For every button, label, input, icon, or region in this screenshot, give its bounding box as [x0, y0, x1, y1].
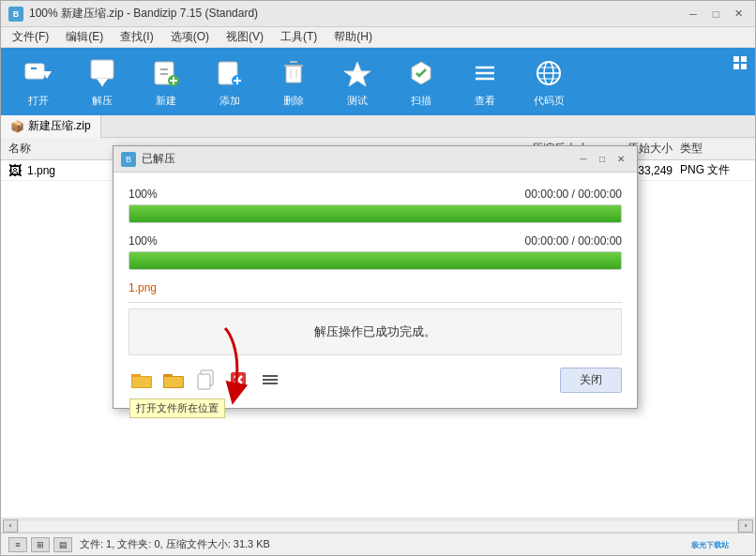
- dialog-title-left: B 已解压: [121, 151, 175, 167]
- progress-section-2: 100% 00:00:00 / 00:00:00: [129, 234, 622, 270]
- dialog-close-button[interactable]: ✕: [612, 152, 629, 167]
- dialog-title-controls: ─ □ ✕: [575, 152, 629, 167]
- svg-rect-40: [164, 377, 183, 387]
- progress-1-label: 100%: [129, 188, 158, 201]
- progress-bar-1-fill: [129, 205, 621, 222]
- dialog-app-icon: B: [121, 152, 136, 167]
- dialog-footer: 打开文件所在位置: [129, 367, 622, 397]
- result-area: 解压操作已成功完成。: [129, 308, 622, 355]
- open-folder-yellow-button[interactable]: [160, 367, 189, 393]
- progress-section-1: 100% 00:00:00 / 00:00:00: [129, 188, 622, 223]
- dialog-filename: 1.png: [129, 281, 622, 294]
- extract-dialog: B 已解压 ─ □ ✕ 100% 00:00:00 / 00:00:00: [113, 145, 638, 409]
- dialog-footer-icons: 打开文件所在位置: [129, 367, 284, 393]
- tooltip-open-location: 打开文件所在位置: [129, 398, 225, 418]
- dialog-title-text: 已解压: [142, 151, 175, 167]
- dialog-overlay: B 已解压 ─ □ ✕ 100% 00:00:00 / 00:00:00: [0, 0, 756, 556]
- dialog-close-btn[interactable]: 关闭: [560, 368, 622, 393]
- open-folder-orange-button[interactable]: 打开文件所在位置: [129, 367, 157, 393]
- svg-rect-42: [198, 374, 210, 389]
- progress-1-time: 00:00:00 / 00:00:00: [525, 188, 622, 201]
- copy-path-button[interactable]: [192, 367, 220, 393]
- dialog-separator: [129, 302, 622, 303]
- progress-bar-1-container: [129, 204, 622, 223]
- dialog-maximize-button[interactable]: □: [594, 152, 611, 167]
- delete-file-button[interactable]: [224, 367, 252, 393]
- progress-2-label: 100%: [129, 234, 158, 248]
- progress-bar-2-container: [129, 251, 622, 270]
- progress-row-1: 100% 00:00:00 / 00:00:00: [129, 188, 622, 201]
- result-text: 解压操作已成功完成。: [314, 323, 436, 340]
- dialog-title-bar: B 已解压 ─ □ ✕: [113, 146, 637, 173]
- progress-row-2: 100% 00:00:00 / 00:00:00: [129, 234, 622, 248]
- svg-rect-37: [132, 377, 151, 387]
- dialog-minimize-button[interactable]: ─: [575, 152, 592, 167]
- progress-2-time: 00:00:00 / 00:00:00: [525, 234, 622, 248]
- dialog-body: 100% 00:00:00 / 00:00:00 100% 00:00:00 /…: [113, 173, 637, 408]
- progress-bar-2-fill: [129, 252, 621, 269]
- more-options-button[interactable]: [256, 367, 284, 393]
